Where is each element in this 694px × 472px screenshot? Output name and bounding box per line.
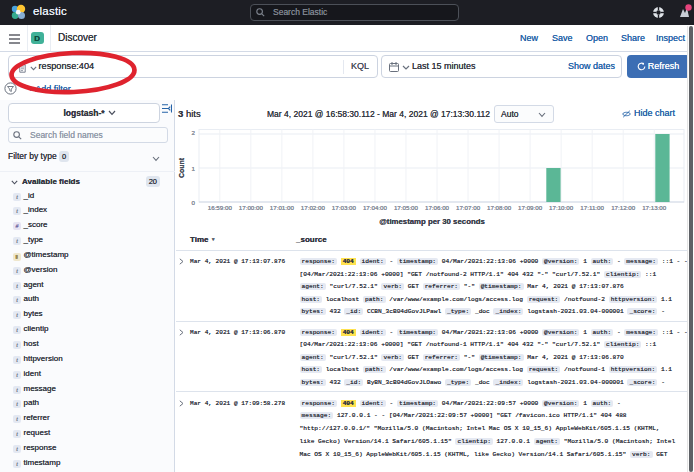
svg-text:16:59:00: 16:59:00 [208, 204, 233, 211]
svg-text:17:01:00: 17:01:00 [270, 204, 295, 211]
svg-text:17:11:00: 17:11:00 [580, 204, 604, 211]
svg-text:17:06:00: 17:06:00 [425, 204, 450, 211]
svg-text:17:00:00: 17:00:00 [239, 204, 264, 211]
svg-text:17:08:00: 17:08:00 [487, 204, 512, 211]
svg-text:17:03:00: 17:03:00 [332, 204, 357, 211]
svg-text:17:05:00: 17:05:00 [394, 204, 419, 211]
svg-text:17:09:00: 17:09:00 [518, 204, 543, 211]
svg-text:17:02:00: 17:02:00 [301, 204, 326, 211]
svg-text:17:12:00: 17:12:00 [611, 204, 636, 211]
svg-text:2: 2 [192, 129, 196, 136]
svg-text:17:04:00: 17:04:00 [363, 204, 388, 211]
svg-text:1: 1 [192, 165, 196, 172]
svg-text:0: 0 [192, 199, 196, 206]
svg-text:17:07:00: 17:07:00 [456, 204, 481, 211]
svg-text:17:13:00: 17:13:00 [642, 204, 667, 211]
svg-text:Count: Count [178, 157, 185, 178]
svg-text:@timestamp per 30 seconds: @timestamp per 30 seconds [379, 217, 485, 226]
svg-text:17:10:00: 17:10:00 [549, 204, 574, 211]
